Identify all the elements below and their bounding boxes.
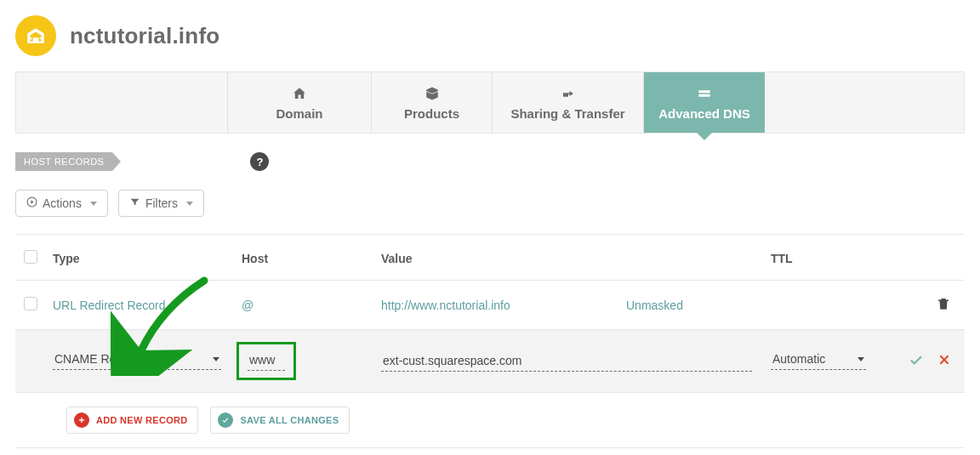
cancel-icon[interactable] <box>937 353 951 369</box>
row-checkbox[interactable] <box>24 297 37 310</box>
table-header: Type Host Value TTL <box>15 235 965 281</box>
add-new-record-button[interactable]: ADD NEW RECORD <box>66 407 198 434</box>
tab-dns-label: Advanced DNS <box>658 106 750 121</box>
domain-logo-icon <box>15 15 56 56</box>
record-value-input[interactable] <box>381 350 752 372</box>
tab-domain[interactable]: Domain <box>227 72 372 133</box>
page-title: nctutorial.info <box>70 23 219 49</box>
tab-sharing-label: Sharing & Transfer <box>510 106 624 121</box>
share-icon <box>560 86 577 101</box>
filter-icon <box>129 196 140 210</box>
chevron-down-icon <box>213 357 219 361</box>
tab-advanced-dns[interactable]: Advanced DNS <box>644 72 765 133</box>
record-ttl-select[interactable]: Automatic <box>771 352 866 370</box>
footer-actions: ADD NEW RECORD SAVE ALL CHANGES <box>15 393 965 448</box>
chevron-down-icon <box>186 202 193 206</box>
chevron-down-icon <box>858 357 864 361</box>
record-ttl-value: Automatic <box>772 352 825 366</box>
server-icon <box>696 86 713 101</box>
tab-spacer <box>16 72 227 133</box>
host-highlight-box <box>236 342 296 380</box>
page-header: nctutorial.info <box>15 15 965 56</box>
record-type-value: CNAME Record <box>54 352 140 366</box>
chevron-down-icon <box>90 202 97 206</box>
tab-sharing[interactable]: Sharing & Transfer <box>493 72 644 133</box>
filters-label: Filters <box>145 196 178 210</box>
host-records-badge: HOST RECORDS <box>15 152 112 171</box>
actions-label: Actions <box>43 196 82 210</box>
play-icon <box>26 196 37 210</box>
th-host: Host <box>242 252 381 265</box>
help-icon[interactable]: ? <box>250 152 269 171</box>
svg-point-0 <box>707 90 709 93</box>
actions-dropdown[interactable]: Actions <box>15 190 108 217</box>
table-row: URL Redirect Record @ http://www.nctutor… <box>15 281 965 330</box>
filters-dropdown[interactable]: Filters <box>118 190 204 217</box>
record-type-link[interactable]: URL Redirect Record <box>53 299 166 312</box>
save-all-changes-button[interactable]: SAVE ALL CHANGES <box>210 407 350 434</box>
confirm-icon[interactable] <box>909 352 924 370</box>
record-mask[interactable]: Unmasked <box>626 299 771 312</box>
box-icon <box>424 86 441 101</box>
add-new-record-label: ADD NEW RECORD <box>96 415 187 425</box>
tab-domain-label: Domain <box>276 106 322 121</box>
record-value-link[interactable]: http://www.nctutorial.info <box>381 299 510 312</box>
table-row-edit: CNAME Record Automatic <box>15 330 965 393</box>
save-all-changes-label: SAVE ALL CHANGES <box>240 415 339 425</box>
check-icon <box>218 412 233 428</box>
tab-products-label: Products <box>404 106 459 121</box>
tab-products[interactable]: Products <box>372 72 493 133</box>
host-records-table: Type Host Value TTL URL Redirect Record … <box>15 234 965 448</box>
record-host[interactable]: @ <box>242 299 381 312</box>
th-type: Type <box>53 252 242 265</box>
select-all-checkbox[interactable] <box>24 250 37 264</box>
home-icon <box>291 86 308 101</box>
record-host-input[interactable] <box>248 350 285 371</box>
th-ttl: TTL <box>771 252 875 265</box>
tab-bar: Domain Products Sharing & Transfer Advan… <box>15 71 965 134</box>
plus-icon <box>74 412 89 428</box>
th-value: Value <box>381 252 626 265</box>
trash-icon[interactable] <box>936 296 951 314</box>
record-type-select[interactable]: CNAME Record <box>53 352 221 370</box>
